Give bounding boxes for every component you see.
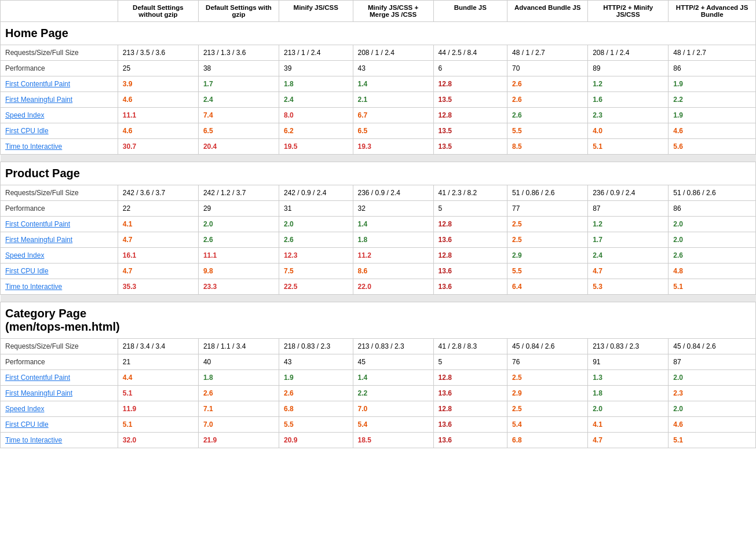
si-val-0-5: 2.6	[507, 108, 588, 123]
si-val-0-1: 7.4	[198, 108, 279, 123]
col-header-bundle: Bundle JS	[433, 1, 507, 22]
fci-label-2[interactable]: First CPU Idle	[1, 417, 118, 433]
tti-val-2-7: 5.1	[669, 433, 756, 448]
tti-val-2-0: 32.0	[118, 433, 198, 448]
tti-val-1-4: 13.6	[433, 279, 507, 295]
requests-val-0-6: 208 / 1 / 2.4	[588, 45, 669, 61]
requests-val-0-4: 44 / 2.5 / 8.4	[433, 45, 507, 61]
fmp-link-1[interactable]: First Meaningful Paint	[5, 236, 72, 244]
si-link-0[interactable]: Speed Index	[5, 111, 44, 119]
fmp-val-1-0: 4.7	[118, 232, 198, 248]
si-link-1[interactable]: Speed Index	[5, 251, 44, 259]
requests-label-0: Requests/Size/Full Size	[1, 45, 118, 61]
requests-label-1: Requests/Size/Full Size	[1, 185, 118, 201]
performance-label-1: Performance	[1, 201, 118, 217]
fci-val-1-7: 4.8	[669, 263, 756, 279]
fci-val-0-4: 13.5	[433, 123, 507, 139]
tti-val-2-3: 18.5	[353, 433, 433, 448]
fmp-val-1-1: 2.6	[198, 232, 279, 248]
tti-label-1[interactable]: Time to Interactive	[1, 279, 118, 295]
fcp-link-2[interactable]: First Contentful Paint	[5, 374, 70, 382]
tti-val-0-4: 13.5	[433, 139, 507, 155]
fcp-val-2-7: 2.0	[669, 370, 756, 386]
si-label-2[interactable]: Speed Index	[1, 401, 118, 417]
tti-link-2[interactable]: Time to Interactive	[5, 436, 62, 444]
fci-val-1-6: 4.7	[588, 263, 669, 279]
performance-val-1-4: 5	[433, 201, 507, 217]
performance-val-2-3: 45	[353, 354, 433, 370]
fmp-label-1[interactable]: First Meaningful Paint	[1, 232, 118, 248]
fci-val-2-0: 5.1	[118, 417, 198, 433]
fmp-label-2[interactable]: First Meaningful Paint	[1, 386, 118, 401]
fci-val-1-5: 5.5	[507, 263, 588, 279]
tti-val-0-6: 5.1	[588, 139, 669, 155]
performance-val-2-5: 76	[507, 354, 588, 370]
fmp-val-0-1: 2.4	[198, 92, 279, 108]
fcp-label-0[interactable]: First Contentful Paint	[1, 76, 118, 92]
fmp-val-1-6: 1.7	[588, 232, 669, 248]
si-link-2[interactable]: Speed Index	[5, 405, 44, 413]
performance-val-0-3: 43	[353, 61, 433, 76]
requests-val-2-4: 41 / 2.8 / 8.3	[433, 339, 507, 354]
fci-link-1[interactable]: First CPU Idle	[5, 267, 49, 275]
si-val-0-7: 1.9	[669, 108, 756, 123]
col-header-default-gzip: Default Settings with gzip	[198, 1, 279, 22]
fmp-val-2-1: 2.6	[198, 386, 279, 401]
fcp-val-1-1: 2.0	[198, 217, 279, 232]
fci-val-1-4: 13.6	[433, 263, 507, 279]
fmp-link-2[interactable]: First Meaningful Paint	[5, 389, 72, 397]
si-val-2-1: 7.1	[198, 401, 279, 417]
fci-link-2[interactable]: First CPU Idle	[5, 420, 49, 429]
fci-val-2-5: 5.4	[507, 417, 588, 433]
fmp-link-0[interactable]: First Meaningful Paint	[5, 96, 72, 104]
tti-val-2-1: 21.9	[198, 433, 279, 448]
fmp-val-0-3: 2.1	[353, 92, 433, 108]
tti-label-2[interactable]: Time to Interactive	[1, 433, 118, 448]
si-label-1[interactable]: Speed Index	[1, 248, 118, 263]
fmp-val-2-2: 2.6	[279, 386, 353, 401]
performance-val-2-4: 5	[433, 354, 507, 370]
fmp-val-2-5: 2.9	[507, 386, 588, 401]
fcp-link-0[interactable]: First Contentful Paint	[5, 80, 70, 88]
fmp-val-1-7: 2.0	[669, 232, 756, 248]
fmp-label-0[interactable]: First Meaningful Paint	[1, 92, 118, 108]
fci-label-1[interactable]: First CPU Idle	[1, 263, 118, 279]
fcp-link-1[interactable]: First Contentful Paint	[5, 220, 70, 228]
performance-val-0-0: 25	[118, 61, 198, 76]
fcp-val-1-4: 12.8	[433, 217, 507, 232]
fcp-label-1[interactable]: First Contentful Paint	[1, 217, 118, 232]
requests-val-2-2: 218 / 0.83 / 2.3	[279, 339, 353, 354]
tti-val-1-1: 23.3	[198, 279, 279, 295]
performance-val-2-0: 21	[118, 354, 198, 370]
performance-label-0: Performance	[1, 61, 118, 76]
fcp-val-2-1: 1.8	[198, 370, 279, 386]
fcp-val-2-4: 12.8	[433, 370, 507, 386]
si-val-0-2: 8.0	[279, 108, 353, 123]
tti-link-1[interactable]: Time to Interactive	[5, 283, 62, 291]
col-header-minify: Minify JS/CSS	[279, 1, 353, 22]
fcp-val-2-2: 1.9	[279, 370, 353, 386]
tti-link-0[interactable]: Time to Interactive	[5, 142, 62, 151]
tti-val-1-7: 5.1	[669, 279, 756, 295]
fci-val-1-3: 8.6	[353, 263, 433, 279]
fmp-val-0-2: 2.4	[279, 92, 353, 108]
fcp-val-1-3: 1.4	[353, 217, 433, 232]
fci-label-0[interactable]: First CPU Idle	[1, 123, 118, 139]
section-title-2: Category Page (men/tops-men.html)	[5, 307, 120, 333]
fci-link-0[interactable]: First CPU Idle	[5, 127, 49, 135]
performance-val-0-6: 89	[588, 61, 669, 76]
si-val-1-2: 12.3	[279, 248, 353, 263]
si-val-1-6: 2.4	[588, 248, 669, 263]
fcp-val-2-3: 1.4	[353, 370, 433, 386]
fcp-val-0-2: 1.8	[279, 76, 353, 92]
tti-label-0[interactable]: Time to Interactive	[1, 139, 118, 155]
requests-val-0-0: 213 / 3.5 / 3.6	[118, 45, 198, 61]
col-header-minify-merge: Minify JS/CSS + Merge JS /CSS	[353, 1, 433, 22]
si-val-1-3: 11.2	[353, 248, 433, 263]
performance-val-2-2: 43	[279, 354, 353, 370]
fcp-label-2[interactable]: First Contentful Paint	[1, 370, 118, 386]
si-label-0[interactable]: Speed Index	[1, 108, 118, 123]
performance-val-2-6: 91	[588, 354, 669, 370]
fmp-val-2-6: 1.8	[588, 386, 669, 401]
si-val-1-4: 12.8	[433, 248, 507, 263]
